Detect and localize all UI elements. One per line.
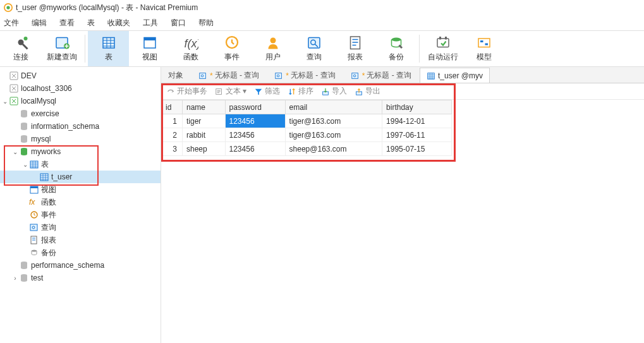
cell-email[interactable]: sheep@163.com bbox=[285, 142, 382, 156]
query-icon bbox=[307, 35, 322, 50]
cell-password[interactable]: 123456 bbox=[225, 142, 285, 156]
cell-id[interactable]: 2 bbox=[162, 128, 183, 142]
tree-node-localhost_3306[interactable]: localhost_3306 bbox=[0, 82, 161, 95]
cell-id[interactable]: 1 bbox=[162, 114, 183, 128]
tree-node-事件[interactable]: 事件 bbox=[0, 208, 161, 221]
conn-green-icon bbox=[9, 96, 19, 106]
tool-model[interactable]: 模型 bbox=[463, 31, 504, 66]
svg-point-15 bbox=[391, 38, 401, 42]
tree-node-DEV[interactable]: DEV bbox=[0, 69, 161, 82]
view-icon bbox=[142, 35, 157, 50]
menu-2[interactable]: 查看 bbox=[59, 18, 75, 28]
tool-user[interactable]: 用户 bbox=[252, 31, 293, 66]
grid-tool-label: 开始事务 bbox=[177, 86, 207, 97]
tree-node-exercise[interactable]: exercise bbox=[0, 107, 161, 120]
col-id[interactable]: id bbox=[162, 100, 183, 114]
table-row[interactable]: 3sheep123456sheep@163.com1995-07-15 bbox=[162, 142, 452, 156]
tree-node-test[interactable]: ›test bbox=[0, 272, 161, 284]
tree-node-查询[interactable]: 查询 bbox=[0, 221, 161, 234]
grid-tool-tx[interactable]: 开始事务 bbox=[166, 86, 207, 97]
grid-tool-label: 导入 bbox=[332, 86, 347, 97]
menu-5[interactable]: 工具 bbox=[143, 18, 158, 28]
tab-0[interactable]: 对象 bbox=[161, 68, 190, 83]
tree-node-myworks[interactable]: ⌄myworks bbox=[0, 145, 161, 158]
tree-node-information_schema[interactable]: information_schema bbox=[0, 120, 161, 133]
cell-email[interactable]: tiger@163.com bbox=[285, 128, 382, 142]
tree-node-报表[interactable]: 报表 bbox=[0, 234, 161, 246]
cell-email[interactable]: tiger@163.com bbox=[285, 114, 382, 128]
data-grid[interactable]: idnamepasswordemailbirthday1tiger123456t… bbox=[161, 100, 452, 156]
query-small-icon bbox=[198, 71, 207, 80]
export-icon bbox=[355, 87, 363, 96]
tree-toggle-icon[interactable]: ⌄ bbox=[21, 161, 29, 168]
tree-toggle-icon[interactable]: ⌄ bbox=[1, 98, 9, 105]
tool-auto[interactable]: 自动运行 bbox=[422, 31, 463, 66]
grid-tool-filter[interactable]: 筛选 bbox=[254, 86, 280, 97]
menu-7[interactable]: 帮助 bbox=[198, 18, 214, 28]
tool-label: 视图 bbox=[142, 52, 157, 63]
cell-password[interactable]: 123456 bbox=[225, 114, 285, 128]
tab-3[interactable]: *无标题 - 查询 bbox=[344, 68, 418, 83]
auto-icon bbox=[435, 35, 451, 50]
tree-toggle-icon[interactable]: ⌄ bbox=[11, 148, 19, 155]
grid-tool-text[interactable]: 文本 ▾ bbox=[215, 86, 246, 97]
cell-birthday[interactable]: 1994-12-01 bbox=[382, 114, 452, 128]
grid-tool-sort[interactable]: 排序 bbox=[288, 86, 313, 97]
col-name[interactable]: name bbox=[183, 100, 226, 114]
col-password[interactable]: password bbox=[225, 100, 285, 114]
tree-node-t_user[interactable]: t_user bbox=[0, 171, 161, 183]
grid-tool-export[interactable]: 导出 bbox=[355, 86, 380, 97]
tab-4[interactable]: t_user @myv bbox=[420, 68, 490, 83]
view-icon bbox=[29, 184, 39, 195]
tool-view[interactable]: 视图 bbox=[129, 31, 170, 66]
tree-label: 查询 bbox=[41, 222, 56, 233]
cell-password[interactable]: 123456 bbox=[225, 128, 285, 142]
cell-name[interactable]: rabbit bbox=[183, 128, 226, 142]
menu-1[interactable]: 编辑 bbox=[32, 18, 47, 28]
tree-node-localMysql[interactable]: ⌄localMysql bbox=[0, 95, 161, 107]
cell-name[interactable]: sheep bbox=[183, 142, 226, 156]
tool-query-new[interactable]: 新建查询 bbox=[41, 31, 82, 66]
tool-label: 备份 bbox=[389, 52, 404, 63]
cell-birthday[interactable]: 1995-07-15 bbox=[382, 142, 452, 156]
tree-node-mysql[interactable]: mysql bbox=[0, 133, 161, 145]
table-row[interactable]: 2rabbit123456tiger@163.com1997-06-11 bbox=[162, 128, 452, 142]
tool-label: 连接 bbox=[13, 52, 28, 63]
col-email[interactable]: email bbox=[285, 100, 382, 114]
tree-node-函数[interactable]: fx函数 bbox=[0, 196, 161, 208]
tab-2[interactable]: *无标题 - 查询 bbox=[267, 68, 342, 83]
tool-query[interactable]: 查询 bbox=[293, 31, 334, 66]
menu-3[interactable]: 表 bbox=[87, 18, 95, 28]
tree-toggle-icon[interactable]: › bbox=[11, 275, 19, 282]
tool-clock[interactable]: 事件 bbox=[211, 31, 252, 66]
tree-node-视图[interactable]: 视图 bbox=[0, 183, 161, 196]
tool-fx[interactable]: f(x)函数 bbox=[170, 31, 211, 66]
tree-node-performance_schema[interactable]: performance_schema bbox=[0, 259, 161, 272]
db-icon bbox=[19, 109, 29, 119]
cell-birthday[interactable]: 1997-06-11 bbox=[382, 128, 452, 142]
menu-4[interactable]: 收藏夹 bbox=[107, 18, 130, 28]
table-row[interactable]: 1tiger123456tiger@163.com1994-12-01 bbox=[162, 114, 452, 128]
tree-node-备份[interactable]: 备份 bbox=[0, 246, 161, 259]
tool-backup[interactable]: 备份 bbox=[375, 31, 416, 66]
grid-tool-import[interactable]: 导入 bbox=[321, 86, 347, 97]
tool-report[interactable]: 报表 bbox=[334, 31, 375, 66]
tool-label: 查询 bbox=[307, 52, 322, 63]
tool-table[interactable]: 表 bbox=[88, 31, 129, 66]
tab-1[interactable]: *无标题 - 查询 bbox=[191, 68, 266, 83]
tree-label: 函数 bbox=[41, 197, 56, 208]
menu-6[interactable]: 窗口 bbox=[171, 18, 186, 28]
tool-plug[interactable]: 连接 bbox=[0, 31, 41, 66]
connection-tree[interactable]: DEVlocalhost_3306⌄localMysqlexerciseinfo… bbox=[0, 67, 161, 343]
cell-id[interactable]: 3 bbox=[162, 142, 183, 156]
menu-0[interactable]: 文件 bbox=[4, 18, 19, 28]
report-icon bbox=[348, 35, 363, 50]
tree-node-表[interactable]: ⌄表 bbox=[0, 158, 161, 171]
tool-label: 模型 bbox=[477, 52, 492, 63]
svg-rect-6 bbox=[103, 38, 114, 49]
db-icon bbox=[19, 121, 29, 131]
col-birthday[interactable]: birthday bbox=[382, 100, 452, 114]
svg-rect-19 bbox=[478, 39, 490, 47]
cell-name[interactable]: tiger bbox=[183, 114, 226, 128]
grid-tool-label: 筛选 bbox=[265, 86, 280, 97]
